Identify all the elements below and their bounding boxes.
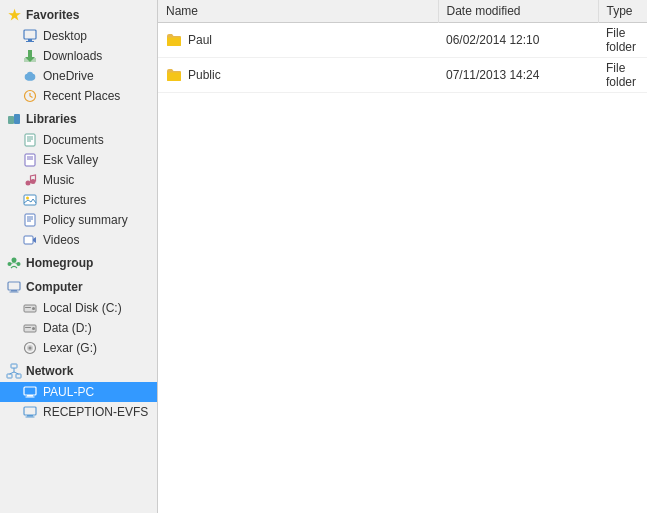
sidebar-item-desktop[interactable]: Desktop — [0, 26, 157, 46]
usb-drive-icon — [22, 340, 38, 356]
sidebar-group-favorites[interactable]: ★ Favorites — [0, 4, 157, 26]
videos-label: Videos — [43, 233, 79, 247]
computer-icon — [6, 279, 22, 295]
svg-rect-11 — [8, 116, 14, 124]
sidebar-item-music[interactable]: Music — [0, 170, 157, 190]
svg-rect-48 — [7, 374, 12, 378]
recent-icon — [22, 88, 38, 104]
esk-icon — [22, 152, 38, 168]
pictures-icon — [22, 192, 38, 208]
desktop-icon — [22, 28, 38, 44]
svg-rect-0 — [24, 30, 36, 39]
svg-rect-12 — [14, 114, 20, 124]
svg-rect-40 — [25, 307, 31, 308]
downloads-label: Downloads — [43, 49, 102, 63]
svg-rect-54 — [27, 395, 33, 397]
sidebar-item-pictures[interactable]: Pictures — [0, 190, 157, 210]
sidebar-item-local-disk-c[interactable]: Local Disk (C:) — [0, 298, 157, 318]
svg-rect-49 — [16, 374, 21, 378]
sidebar-item-reception-evfs[interactable]: RECEPTION-EVFS — [0, 402, 157, 422]
sidebar-group-computer[interactable]: Computer — [0, 276, 157, 298]
svg-rect-13 — [25, 134, 35, 146]
music-label: Music — [43, 173, 74, 187]
sidebar-item-videos[interactable]: Videos — [0, 230, 157, 250]
data-d-label: Data (D:) — [43, 321, 92, 335]
column-type[interactable]: Type — [598, 0, 647, 23]
network-label: Network — [26, 364, 73, 378]
file-list: Name Date modified Type Paul 06/02/2014 … — [158, 0, 647, 513]
column-name[interactable]: Name — [158, 0, 438, 23]
svg-rect-47 — [11, 364, 17, 368]
svg-point-39 — [32, 307, 35, 310]
svg-point-42 — [32, 327, 35, 330]
file-type-cell: File folder — [598, 58, 647, 93]
lexar-g-label: Lexar (G:) — [43, 341, 97, 355]
sidebar-section-homegroup: Homegroup — [0, 252, 157, 274]
sidebar-item-policy-summary[interactable]: Policy summary — [0, 210, 157, 230]
folder-icon — [166, 67, 182, 83]
file-date-cell: 06/02/2014 12:10 — [438, 23, 598, 58]
sidebar-item-documents[interactable]: Documents — [0, 130, 157, 150]
table-row[interactable]: Paul 06/02/2014 12:10File folder — [158, 23, 647, 58]
sidebar-group-network[interactable]: Network — [0, 360, 157, 382]
svg-rect-58 — [26, 417, 35, 418]
file-name-cell: Public — [158, 58, 438, 93]
svg-rect-24 — [25, 214, 35, 226]
sidebar-section-computer: Computer Local Disk (C:) Data (D:) Lexar… — [0, 276, 157, 358]
svg-rect-1 — [28, 39, 32, 41]
libraries-icon — [6, 111, 22, 127]
desktop-label: Desktop — [43, 29, 87, 43]
data-disk-icon — [22, 320, 38, 336]
sidebar-item-esk-valley[interactable]: Esk Valley — [0, 150, 157, 170]
computer-label: Computer — [26, 280, 83, 294]
paul-pc-label: PAUL-PC — [43, 385, 94, 399]
svg-point-46 — [29, 347, 32, 350]
svg-point-9 — [27, 72, 33, 78]
sidebar-group-homegroup[interactable]: Homegroup — [0, 252, 157, 274]
pictures-label: Pictures — [43, 193, 86, 207]
svg-rect-56 — [24, 407, 36, 415]
paul-pc-icon — [22, 384, 38, 400]
sidebar-group-libraries[interactable]: Libraries — [0, 108, 157, 130]
svg-rect-17 — [25, 154, 35, 166]
homegroup-label: Homegroup — [26, 256, 93, 270]
svg-rect-36 — [11, 290, 17, 292]
sidebar-item-downloads[interactable]: Downloads — [0, 46, 157, 66]
sidebar-item-recent-places[interactable]: Recent Places — [0, 86, 157, 106]
svg-point-30 — [12, 258, 17, 263]
svg-rect-37 — [10, 292, 19, 293]
downloads-icon — [22, 48, 38, 64]
main-content: Name Date modified Type Paul 06/02/2014 … — [158, 0, 647, 513]
file-type-cell: File folder — [598, 23, 647, 58]
svg-rect-57 — [27, 415, 33, 417]
svg-rect-35 — [8, 282, 20, 290]
svg-rect-43 — [25, 327, 31, 328]
svg-point-21 — [31, 179, 36, 184]
sidebar-item-paul-pc[interactable]: PAUL-PC — [0, 382, 157, 402]
file-date-cell: 07/11/2013 14:24 — [438, 58, 598, 93]
esk-valley-label: Esk Valley — [43, 153, 98, 167]
svg-point-23 — [26, 197, 29, 200]
table-row[interactable]: Public 07/11/2013 14:24File folder — [158, 58, 647, 93]
local-disk-icon — [22, 300, 38, 316]
star-icon: ★ — [6, 7, 22, 23]
column-date-modified[interactable]: Date modified — [438, 0, 598, 23]
sidebar-section-libraries: Libraries Documents Esk Valley Music — [0, 108, 157, 250]
policy-summary-label: Policy summary — [43, 213, 128, 227]
svg-rect-28 — [24, 236, 33, 244]
reception-icon — [22, 404, 38, 420]
sidebar-item-data-d[interactable]: Data (D:) — [0, 318, 157, 338]
svg-point-20 — [26, 181, 31, 186]
policy-icon — [22, 212, 38, 228]
homegroup-icon — [6, 255, 22, 271]
music-icon — [22, 172, 38, 188]
svg-rect-4 — [28, 50, 32, 57]
cloud-icon — [22, 68, 38, 84]
svg-rect-2 — [26, 41, 34, 42]
video-icon — [22, 232, 38, 248]
sidebar-item-lexar-g[interactable]: Lexar (G:) — [0, 338, 157, 358]
folder-icon — [166, 32, 182, 48]
sidebar-item-onedrive[interactable]: OneDrive — [0, 66, 157, 86]
libraries-label: Libraries — [26, 112, 77, 126]
documents-label: Documents — [43, 133, 104, 147]
